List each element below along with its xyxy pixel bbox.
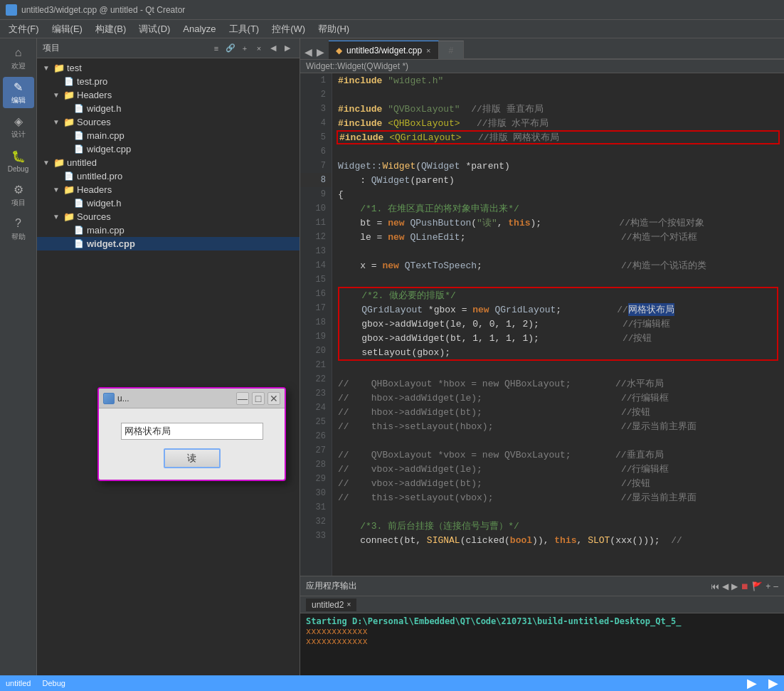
toolbar-flag[interactable]: 🚩	[752, 581, 763, 591]
run-debug-button[interactable]: ▶	[768, 675, 778, 691]
sidebar-project[interactable]: ⚙ 项目	[3, 179, 34, 211]
line-num: 23	[300, 386, 332, 401]
menu-tools[interactable]: 工具(T)	[223, 21, 265, 37]
filter-btn[interactable]: ≡	[210, 42, 223, 55]
tab-widget-cpp[interactable]: ◆ untitled3/widget.cpp ×	[329, 41, 439, 59]
line-num: 32	[300, 515, 332, 529]
list-item[interactable]: 📄 widget.h	[37, 196, 300, 210]
tree-label: untitled.pro	[77, 171, 122, 181]
edit-label: 编辑	[11, 95, 26, 105]
line-num: 12	[300, 230, 332, 244]
output-line: Starting D:\Personal\Embedded\QT\Code\21…	[306, 616, 778, 626]
output-tab-label: untitled2	[312, 600, 344, 610]
restore-button[interactable]: □	[252, 392, 265, 405]
menu-controls[interactable]: 控件(W)	[266, 21, 311, 37]
link-btn[interactable]: 🔗	[224, 42, 237, 55]
panel-toolbar: ≡ 🔗 + × ◀ ▶	[210, 42, 294, 55]
project-panel: 项目 ≡ 🔗 + × ◀ ▶ ▼ 📁 test 📄 tes	[37, 38, 300, 675]
menu-file[interactable]: 文件(F)	[3, 21, 45, 37]
run-button[interactable]: ▶	[747, 675, 757, 691]
code-line: // hbox->addWidget(le); //行编辑框	[338, 391, 778, 405]
minimize-button[interactable]: —	[236, 392, 249, 405]
code-line	[338, 144, 778, 159]
output-tab-close[interactable]: ×	[346, 601, 351, 608]
header-file-icon: 📄	[73, 199, 85, 208]
list-item[interactable]: 📄 widget.h	[37, 102, 300, 115]
toolbar-stop-red[interactable]: ⏹	[741, 581, 749, 591]
code-line: /*3. 前后台挂接（连接信号与曹）*/	[338, 519, 778, 533]
list-item[interactable]: 📄 main.cpp	[37, 129, 300, 142]
output-tab-untitled2[interactable]: untitled2 ×	[306, 598, 356, 611]
toolbar-remove[interactable]: –	[773, 581, 778, 591]
code-content[interactable]: #include "widget.h" #include "QVBoxLayou…	[332, 73, 784, 576]
code-line	[338, 505, 778, 519]
close-btn[interactable]: ×	[253, 42, 265, 55]
sidebar-design[interactable]: ◈ 设计	[3, 111, 34, 142]
pro-file-icon: 📄	[63, 172, 75, 181]
toolbar-skip-start[interactable]: ⏮	[711, 581, 719, 591]
bottom-panel-header: 应用程序输出 ⏮ ◀ ▶ ⏹ 🚩 + –	[300, 576, 784, 596]
folder-icon: 📁	[63, 211, 75, 222]
project-icon: ⚙	[11, 182, 26, 196]
list-item[interactable]: 📄 test.pro	[37, 75, 300, 88]
toolbar-play[interactable]: ▶	[731, 581, 738, 591]
tab-hash[interactable]: #	[439, 41, 465, 59]
nav-right[interactable]: ▶	[281, 42, 294, 55]
widget-text-input[interactable]	[121, 423, 263, 440]
tab-nav-left[interactable]: ◀	[303, 45, 314, 59]
debug-label: Debug	[8, 165, 28, 173]
menu-build[interactable]: 构建(B)	[90, 21, 132, 37]
menu-help[interactable]: 帮助(H)	[312, 21, 355, 37]
tab-nav-right[interactable]: ▶	[315, 45, 326, 59]
main-area: ⌂ 欢迎 ✎ 编辑 ◈ 设计 🐛 Debug ⚙ 项目 ? 帮助 项目 ≡	[0, 38, 784, 675]
menu-analyze[interactable]: Analyze	[177, 22, 221, 36]
tree-label: main.cpp	[87, 225, 125, 236]
code-line: Widget::Widget(QWidget *parent)	[338, 159, 778, 173]
close-button[interactable]: ✕	[267, 392, 280, 405]
line-num: 30	[300, 486, 332, 500]
list-item[interactable]: ▼ 📁 untitled	[37, 156, 300, 169]
list-item[interactable]: ▼ 📁 test	[37, 61, 300, 75]
bottom-panel-title: 应用程序输出	[306, 580, 357, 592]
code-line: #include <QHBoxLayout> //排版 水平布局	[338, 116, 778, 130]
list-item[interactable]: ▼ 📁 Sources	[37, 115, 300, 129]
breadcrumb-text: Widget::Widget(QWidget *)	[306, 61, 408, 71]
line-num: 8	[300, 173, 332, 187]
list-item[interactable]: 📄 widget.cpp	[37, 142, 300, 156]
code-editor[interactable]: 1 2 3 4 5 6 7 8 9 10 11 12 13 14 15 16 1…	[300, 73, 784, 576]
pro-file-icon: 📄	[63, 77, 75, 86]
active-file-label: widget.cpp	[87, 238, 135, 249]
list-item[interactable]: 📄 widget.cpp	[37, 237, 300, 250]
sidebar-edit[interactable]: ✎ 编辑	[3, 77, 34, 108]
code-line: // this->setLayout(vbox); //显示当前主界面	[338, 490, 778, 505]
list-item[interactable]: ▼ 📁 Headers	[37, 88, 300, 102]
code-line: // hbox->addWidget(bt); //按钮	[338, 405, 778, 419]
breadcrumb: Widget::Widget(QWidget *)	[300, 60, 784, 73]
toolbar-nav-left[interactable]: ◀	[722, 581, 729, 591]
tree-label: Headers	[77, 90, 112, 100]
untitled-label: untitled	[67, 157, 97, 168]
sidebar-debug[interactable]: 🐛 Debug	[3, 145, 34, 176]
menu-debug[interactable]: 调试(D)	[133, 21, 176, 37]
sidebar-help[interactable]: ? 帮助	[3, 213, 34, 245]
panel-header: 项目 ≡ 🔗 + × ◀ ▶	[37, 38, 300, 58]
nav-left[interactable]: ◀	[267, 42, 280, 55]
help-label: 帮助	[11, 232, 26, 242]
code-line	[338, 244, 778, 258]
toolbar-add[interactable]: +	[766, 581, 770, 591]
title-bar: untitled3/widget.cpp @ untitled - Qt Cre…	[0, 0, 784, 20]
widget-read-button[interactable]: 读	[164, 448, 221, 468]
code-line: #include "widget.h"	[338, 73, 778, 88]
tab-close-btn[interactable]: ×	[426, 46, 430, 55]
list-item[interactable]: 📄 untitled.pro	[37, 169, 300, 183]
line-num: 16	[300, 287, 332, 301]
cpp-file-icon: 📄	[73, 239, 85, 248]
list-item[interactable]: 📄 main.cpp	[37, 223, 300, 237]
list-item[interactable]: ▼ 📁 Headers	[37, 183, 300, 196]
line-num: 29	[300, 472, 332, 486]
menu-edit[interactable]: 编辑(E)	[46, 21, 88, 37]
sidebar-welcome[interactable]: ⌂ 欢迎	[3, 43, 34, 74]
add-btn[interactable]: +	[238, 42, 251, 55]
tree-label: test.pro	[77, 76, 107, 87]
list-item[interactable]: ▼ 📁 Sources	[37, 210, 300, 223]
